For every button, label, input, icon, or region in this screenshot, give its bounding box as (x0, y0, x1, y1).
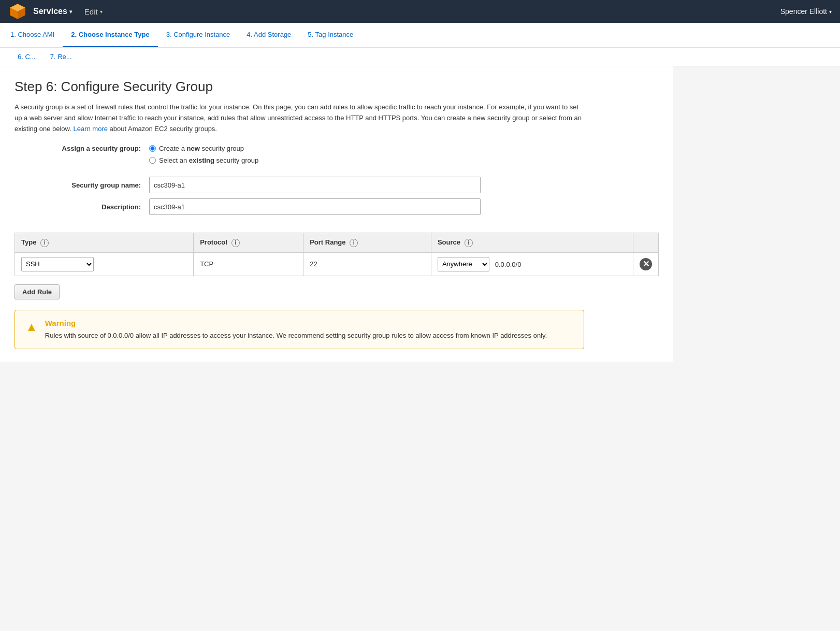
assign-sg-row: Assign a security group: Create a new se… (15, 145, 659, 152)
user-menu[interactable]: Spencer Elliott ▾ (780, 7, 832, 16)
col-type-header: Type i (15, 233, 194, 253)
tab-choose-ami[interactable]: 1. Choose AMI (10, 22, 63, 47)
rule-portrange-value: 22 (310, 260, 317, 268)
radio-existing-option[interactable]: Select an existing security group (149, 156, 258, 164)
rule-source-select[interactable]: Anywhere Custom My IP (438, 257, 489, 271)
sg-description-label: Description: (15, 203, 149, 211)
col-portrange-header: Port Range i (303, 233, 431, 253)
services-chevron-icon: ▾ (69, 9, 72, 15)
sg-name-row: Security group name: (15, 177, 659, 193)
tab-add-storage[interactable]: 4. Add Storage (238, 22, 299, 47)
table-header-row: Type i Protocol i Port Range i Source i (15, 233, 659, 253)
user-chevron-icon: ▾ (829, 9, 832, 15)
sub-wizard-tabs: 6. C... 7. Re... (0, 48, 840, 66)
top-navigation: Services ▾ Edit ▾ Spencer Elliott ▾ (0, 0, 840, 23)
rule-type-select[interactable]: SSH HTTP HTTPS Custom TCP (21, 257, 94, 271)
sub-tab-1[interactable]: 6. C... (10, 48, 43, 66)
col-source-header: Source i (431, 233, 633, 253)
radio-new-input[interactable] (149, 145, 156, 152)
tab-tag-instance[interactable]: 5. Tag Instance (299, 22, 361, 47)
rule-portrange-cell: 22 (303, 252, 431, 276)
source-info-icon[interactable]: i (465, 239, 473, 247)
rule-source-cidr: 0.0.0.0/0 (495, 260, 522, 268)
sg-description-row: Description: (15, 198, 659, 215)
type-info-icon[interactable]: i (40, 239, 49, 247)
warning-triangle-icon: ▲ (25, 320, 38, 334)
tab-configure-instance[interactable]: 3. Configure Instance (158, 22, 239, 47)
rule-type-cell: SSH HTTP HTTPS Custom TCP (15, 252, 194, 276)
user-label: Spencer Elliott (780, 7, 827, 16)
security-rules-table: Type i Protocol i Port Range i Source i (15, 233, 659, 276)
edit-label: Edit (84, 7, 98, 16)
main-content: Step 6: Configure Security Group A secur… (0, 66, 673, 362)
services-label: Services (33, 7, 67, 16)
rule-action-cell: ✕ (633, 252, 659, 276)
remove-rule-button[interactable]: ✕ (640, 258, 652, 270)
radio-new-option[interactable]: Create a new security group (149, 145, 244, 152)
rule-protocol-value: TCP (200, 260, 213, 268)
aws-logo (8, 2, 27, 21)
col-protocol-header: Protocol i (194, 233, 303, 253)
rule-protocol-cell: TCP (194, 252, 303, 276)
rule-source-cell: Anywhere Custom My IP 0.0.0.0/0 (431, 252, 633, 276)
sg-description-input[interactable] (149, 198, 481, 215)
edit-menu[interactable]: Edit ▾ (84, 7, 103, 16)
add-rule-button[interactable]: Add Rule (15, 284, 60, 299)
edit-chevron-icon: ▾ (100, 9, 103, 15)
sg-name-input[interactable] (149, 177, 481, 193)
security-group-form: Assign a security group: Create a new se… (15, 145, 659, 220)
warning-box: ▲ Warning Rules with source of 0.0.0.0/0… (15, 310, 584, 350)
table-row: SSH HTTP HTTPS Custom TCP TCP 22 Anywher… (15, 252, 659, 276)
description-text: A security group is a set of firewall ru… (15, 102, 584, 134)
radio-existing-input[interactable] (149, 157, 156, 164)
page-title: Step 6: Configure Security Group (15, 79, 659, 95)
wizard-tabs: 1. Choose AMI 2. Choose Instance Type 3.… (0, 23, 840, 48)
warning-text: Rules with source of 0.0.0.0/0 allow all… (45, 331, 547, 341)
sg-name-label: Security group name: (15, 181, 149, 189)
sub-tab-2[interactable]: 7. Re... (43, 48, 79, 66)
col-action-header (633, 233, 659, 253)
protocol-info-icon[interactable]: i (231, 239, 240, 247)
assign-sg-label: Assign a security group: (15, 145, 149, 152)
services-menu[interactable]: Services ▾ (33, 7, 72, 16)
warning-title: Warning (45, 319, 547, 327)
portrange-info-icon[interactable]: i (350, 239, 358, 247)
learn-more-link[interactable]: Learn more (73, 125, 107, 133)
warning-content: Warning Rules with source of 0.0.0.0/0 a… (45, 319, 547, 341)
tab-choose-instance-type[interactable]: 2. Choose Instance Type (63, 22, 157, 47)
assign-existing-row: Select an existing security group (15, 156, 659, 164)
description-suffix: about Amazon EC2 security groups. (110, 125, 217, 133)
